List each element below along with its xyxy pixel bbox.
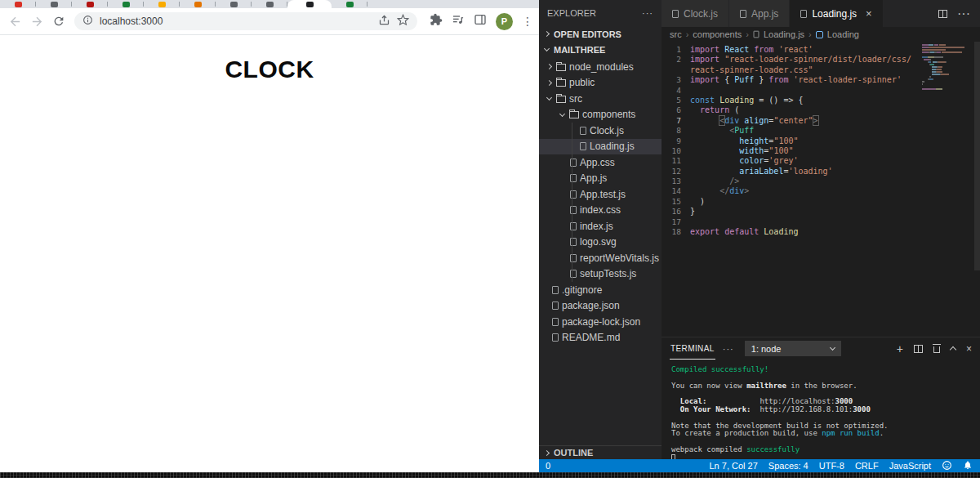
browser-tab[interactable]: [252, 0, 287, 8]
code-line[interactable]: 11 color='grey': [662, 156, 980, 166]
tree-item-package-lock-json[interactable]: package-lock.json: [539, 314, 662, 330]
tree-item-app-js[interactable]: App.js: [539, 171, 662, 187]
reading-list-icon[interactable]: [452, 13, 465, 29]
breadcrumb-item[interactable]: components: [693, 29, 742, 39]
share-icon[interactable]: [378, 14, 390, 29]
split-terminal-icon[interactable]: [914, 345, 923, 353]
code-line[interactable]: 12 ariaLabel='loading': [662, 167, 980, 176]
status-item[interactable]: JavaScript: [889, 461, 931, 471]
bookmark-star-icon[interactable]: [397, 14, 409, 29]
profile-avatar[interactable]: P: [496, 13, 513, 30]
folder-icon: [556, 96, 566, 103]
extensions-icon[interactable]: [430, 13, 443, 29]
terminal-line: You can now view mailthree in the browse…: [671, 382, 980, 391]
browser-tab[interactable]: [72, 0, 108, 8]
tree-item-logo-svg[interactable]: logo.svg: [539, 235, 662, 251]
new-terminal-icon[interactable]: +: [897, 345, 903, 353]
tree-item-reportwebvitals-js[interactable]: reportWebVitals.js: [539, 250, 662, 266]
side-panel-icon[interactable]: [474, 13, 487, 29]
status-item[interactable]: UTF-8: [819, 461, 844, 471]
tree-item-clock-js[interactable]: Clock.js: [539, 123, 662, 139]
browser-tab[interactable]: [216, 0, 252, 8]
editor-tab-clock-js[interactable]: Clock.js: [662, 0, 729, 27]
tree-item-loading-js[interactable]: Loading.js: [539, 139, 662, 155]
close-panel-icon[interactable]: ×: [966, 343, 972, 355]
page-info-icon[interactable]: [82, 14, 93, 29]
problems-count[interactable]: 0: [546, 461, 550, 471]
code-line[interactable]: 7 <div align="center">: [662, 116, 980, 126]
explorer-more-icon[interactable]: ···: [642, 8, 653, 18]
tree-item-app-css[interactable]: App.css: [539, 154, 662, 171]
editor-tab-loading-js[interactable]: Loading.js×: [790, 0, 883, 27]
forward-icon[interactable]: [29, 13, 45, 29]
browser-tab-active[interactable]: [287, 0, 332, 8]
breadcrumb-item[interactable]: src: [670, 29, 682, 39]
editor-more-icon[interactable]: ···: [957, 7, 970, 21]
url-text[interactable]: localhost:3000: [100, 16, 163, 27]
code-line[interactable]: 9 height="100": [662, 136, 980, 146]
status-item[interactable]: Ln 7, Col 27: [709, 461, 757, 471]
terminal-output[interactable]: Compiled successfully! You can now view …: [662, 360, 980, 462]
browser-tab[interactable]: [0, 0, 36, 8]
breadcrumb-item[interactable]: Loading: [827, 29, 859, 39]
status-item[interactable]: Spaces: 4: [768, 461, 808, 471]
code-line[interactable]: 17: [662, 217, 980, 227]
editor-area: Clock.jsApp.jsLoading.js× ··· src›compon…: [662, 0, 980, 459]
close-icon[interactable]: ×: [866, 7, 872, 20]
tree-item-src[interactable]: src: [539, 91, 662, 107]
back-icon[interactable]: [7, 13, 23, 29]
minimap[interactable]: [922, 44, 973, 91]
tree-item-index-js[interactable]: index.js: [539, 218, 662, 235]
code-line[interactable]: 10 width="100": [662, 146, 980, 156]
favicon: [87, 2, 94, 7]
open-editors-header[interactable]: OPEN EDITORS: [539, 26, 662, 42]
code-line[interactable]: 16}: [662, 207, 980, 217]
folder-icon: [556, 64, 566, 71]
line-number: 17: [662, 217, 681, 227]
status-item[interactable]: CRLF: [855, 461, 879, 471]
tree-item-public[interactable]: public: [539, 75, 662, 92]
code-line[interactable]: 8 <Puff: [662, 126, 980, 136]
refresh-icon[interactable]: [51, 13, 67, 29]
tree-item-readme-md[interactable]: README.md: [539, 330, 662, 346]
code-line[interactable]: 15 ): [662, 197, 980, 207]
kill-terminal-icon[interactable]: [933, 346, 940, 353]
code-line[interactable]: 5const Loading = () => {: [662, 96, 980, 105]
tree-item-app-test-js[interactable]: App.test.js: [539, 186, 662, 203]
browser-tab[interactable]: [332, 0, 368, 8]
terminal-more-icon[interactable]: ···: [723, 344, 734, 354]
tree-item--gitignore[interactable]: .gitignore: [539, 282, 662, 298]
tree-item-index-css[interactable]: index.css: [539, 203, 662, 219]
address-bar[interactable]: localhost:3000: [74, 12, 417, 30]
code-line[interactable]: 6 return (: [662, 105, 980, 115]
browser-tab[interactable]: [144, 0, 180, 8]
feedback-icon[interactable]: [942, 460, 952, 472]
browser-tab-strip[interactable]: [0, 0, 539, 8]
tree-item-package-json[interactable]: package.json: [539, 298, 662, 315]
editor-tab-app-js[interactable]: App.js: [729, 0, 790, 27]
code-line[interactable]: 18export default Loading: [662, 227, 980, 237]
line-number: 11: [662, 156, 681, 166]
tree-item-setuptests-js[interactable]: setupTests.js: [539, 266, 662, 283]
text-cursor: [818, 117, 819, 125]
code-line[interactable]: 14 </div>: [662, 186, 980, 196]
browser-tab[interactable]: [180, 0, 216, 8]
file-icon: [552, 318, 559, 326]
terminal-header: TERMINAL ··· 1: node + ×: [662, 337, 980, 360]
notifications-bell-icon[interactable]: [963, 460, 973, 471]
editor-scrollbar[interactable]: [974, 42, 980, 270]
breadcrumb-item[interactable]: Loading.js: [764, 29, 804, 39]
browser-window: localhost:3000 P: [0, 0, 539, 472]
terminal-session-dropdown[interactable]: 1: node: [745, 341, 841, 356]
terminal-tab[interactable]: TERMINAL: [670, 338, 715, 360]
tree-item-components[interactable]: components: [539, 107, 662, 123]
code-line[interactable]: 13 />: [662, 176, 980, 186]
tree-item-node-modules[interactable]: node_modules: [539, 59, 662, 75]
outline-header[interactable]: OUTLINE: [539, 445, 662, 459]
browser-tab[interactable]: [108, 0, 144, 8]
split-editor-icon[interactable]: [938, 10, 947, 18]
browser-tab[interactable]: [36, 0, 72, 8]
workspace-root-header[interactable]: MAILTHREE: [539, 42, 662, 57]
maximize-panel-icon[interactable]: [950, 346, 956, 353]
browser-menu-icon[interactable]: ⋮: [522, 18, 530, 25]
